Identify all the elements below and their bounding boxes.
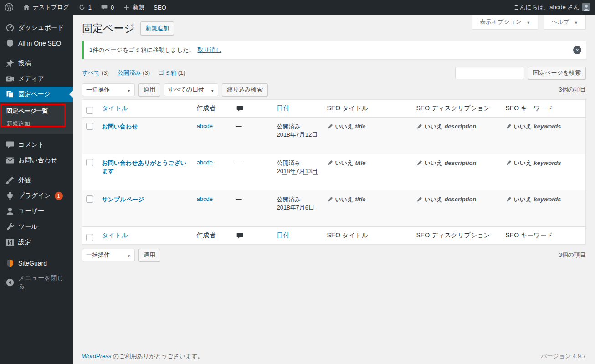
site-name-menu[interactable]: テストブログ [18, 0, 74, 15]
collapse-arrow-icon [5, 278, 15, 287]
comment-count: 0 [111, 4, 114, 11]
my-account-menu[interactable]: こんにちは、abcde さん [509, 0, 595, 15]
pushpin-icon [5, 59, 15, 68]
submenu-add-new[interactable]: 新規追加 [0, 118, 73, 130]
seo-field-name: title [355, 159, 365, 166]
row-checkbox[interactable] [86, 195, 93, 203]
undo-link[interactable]: 取り消し [198, 46, 222, 53]
seo-description-header: SEO ディスクリプション [412, 100, 501, 118]
view-published-link[interactable]: 公開済み(3) [118, 69, 150, 76]
search-input[interactable] [455, 67, 524, 79]
seo-field-name: description [444, 159, 476, 166]
sort-date-header[interactable]: 日付 [277, 231, 290, 239]
menu-label: プラグイン [18, 192, 51, 200]
bulk-action-select[interactable]: 一括操作 [82, 83, 135, 96]
view-trash-link[interactable]: ゴミ箱(1) [159, 69, 185, 76]
menu-label: 投稿 [18, 59, 31, 67]
plugin-update-badge: 1 [55, 192, 63, 200]
post-status: 公開済み [277, 159, 318, 167]
dashboard-gauge-icon [5, 23, 15, 32]
comment-count-cell: — [231, 118, 272, 154]
view-count: (1) [178, 69, 185, 76]
author-link[interactable]: abcde [197, 123, 213, 129]
menu-label: 設定 [18, 238, 31, 246]
menu-plugins[interactable]: プラグイン 1 [0, 188, 73, 204]
item-count: 3個の項目 [559, 251, 586, 259]
help-tab[interactable]: ヘルプ [544, 15, 586, 30]
footer-thanks: WordPress のご利用ありがとうございます。 [82, 352, 204, 360]
seo-menu[interactable]: SEO [149, 0, 170, 15]
select-all-checkbox[interactable] [86, 234, 93, 241]
shield-icon [5, 39, 15, 48]
sort-title-header[interactable]: タイトル [102, 231, 128, 239]
filter-button[interactable]: 絞り込み検索 [222, 83, 268, 96]
content-area: 表示オプション ヘルプ 固定ページ 新規追加 1件のページをゴミ箱に移動しました… [73, 15, 595, 364]
menu-all-in-one-seo[interactable]: All in One SEO [0, 36, 73, 51]
page-title-link[interactable]: お問い合わせ [102, 123, 138, 130]
dismiss-notice-button[interactable] [573, 46, 581, 54]
table-row: お問い合わせ abcde — 公開済み 2018年7月12日 いいえtitle … [82, 118, 586, 154]
view-all-link[interactable]: すべて(3) [82, 69, 109, 76]
menu-dashboard[interactable]: ダッシュボード [0, 20, 73, 36]
caret-down-icon [127, 87, 131, 93]
date-filter-value: すべての日付 [168, 86, 204, 94]
author-link[interactable]: abcde [197, 195, 213, 202]
wordpress-link[interactable]: WordPress [82, 353, 111, 359]
updates-menu[interactable]: 1 [74, 0, 96, 15]
post-status: 公開済み [277, 195, 318, 204]
menu-label: メディア [18, 75, 44, 83]
menu-tools[interactable]: ツール [0, 219, 73, 235]
seo-answer: いいえ [514, 196, 532, 203]
page-title-link[interactable]: お問い合わせありがとうございます [102, 159, 187, 174]
mail-envelope-icon [5, 156, 15, 165]
row-checkbox[interactable] [86, 123, 93, 130]
edit-pencil-icon [327, 196, 333, 202]
new-content-menu[interactable]: 新規 [118, 0, 149, 15]
menu-siteguard[interactable]: SiteGuard [0, 256, 73, 271]
menu-users[interactable]: ユーザー [0, 204, 73, 219]
menu-posts[interactable]: 投稿 [0, 56, 73, 71]
user-icon [5, 207, 15, 216]
menu-settings[interactable]: 設定 [0, 235, 73, 250]
sort-title-header[interactable]: タイトル [102, 104, 128, 112]
seo-answer: いいえ [514, 159, 532, 166]
date-filter-select[interactable]: すべての日付 [164, 83, 218, 96]
version-text: バージョン 4.9.7 [541, 352, 586, 360]
page-title-link[interactable]: サンプルページ [102, 196, 144, 203]
media-camera-icon [5, 74, 15, 83]
comments-menu[interactable]: 0 [96, 0, 118, 15]
admin-menu: ダッシュボード All in One SEO 投稿 メディア 固定ページ 固定ペ… [0, 15, 73, 364]
siteguard-shield-icon [5, 259, 15, 268]
tablenav-bottom: 一括操作 適用 3個の項目 [82, 249, 586, 261]
home-icon [23, 4, 30, 11]
menu-media[interactable]: メディア [0, 71, 73, 87]
seo-answer: いいえ [335, 196, 354, 203]
seo-answer: いいえ [335, 159, 354, 166]
bulk-action-value: 一括操作 [86, 251, 110, 259]
wp-logo-menu[interactable] [0, 0, 18, 15]
menu-contact[interactable]: お問い合わせ [0, 153, 73, 168]
submenu-all-pages[interactable]: 固定ページ一覧 [0, 105, 73, 118]
menu-collapse[interactable]: メニューを閉じる [0, 271, 73, 294]
author-link[interactable]: abcde [197, 159, 213, 166]
bulk-action-select[interactable]: 一括操作 [82, 249, 135, 261]
select-all-checkbox[interactable] [86, 107, 93, 114]
add-new-button[interactable]: 新規追加 [140, 21, 174, 35]
row-checkbox[interactable] [86, 159, 93, 166]
pages-icon [5, 90, 15, 99]
edit-pencil-icon [506, 196, 512, 202]
pages-list-table: タイトル 作成者 日付 SEO タイトル SEO ディスクリプション SEO キ… [82, 99, 586, 245]
menu-pages[interactable]: 固定ページ [0, 87, 73, 102]
apply-button[interactable]: 適用 [138, 249, 160, 261]
new-label: 新規 [133, 3, 144, 11]
screen-options-tab[interactable]: 表示オプション [472, 15, 538, 30]
menu-comments[interactable]: コメント [0, 137, 73, 153]
seo-answer: いいえ [425, 196, 443, 203]
sort-date-header[interactable]: 日付 [277, 104, 290, 112]
menu-appearance[interactable]: 外観 [0, 173, 73, 188]
post-status: 公開済み [277, 123, 318, 131]
search-button[interactable]: 固定ページを検索 [528, 67, 586, 79]
settings-sliders-icon [5, 238, 15, 247]
menu-label: SiteGuard [18, 260, 47, 267]
apply-button[interactable]: 適用 [138, 83, 160, 96]
